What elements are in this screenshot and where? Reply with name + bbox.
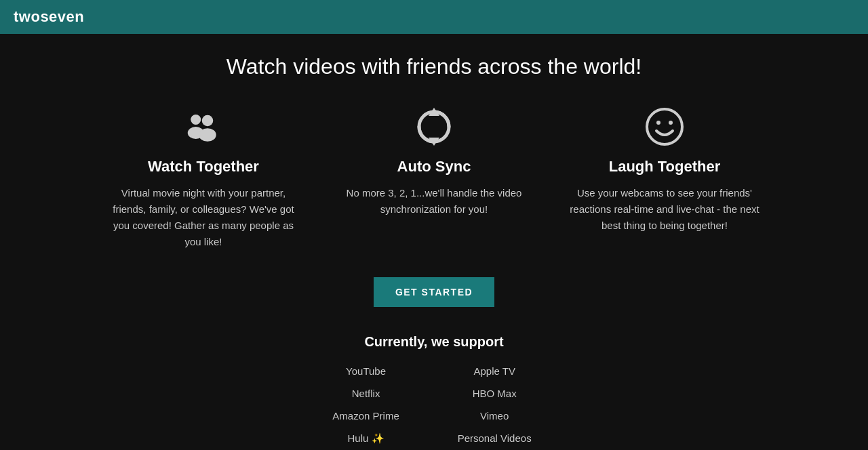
auto-sync-title: Auto Sync [397, 158, 471, 176]
hero-title: Watch videos with friends across the wor… [226, 54, 642, 79]
svg-point-7 [656, 121, 660, 125]
support-grid: YouTubeNetflixAmazon PrimeHulu ✨Disney+ … [0, 362, 868, 450]
support-item: HBO Max [454, 384, 536, 403]
svg-point-8 [669, 121, 673, 125]
laugh-together-title: Laugh Together [609, 158, 721, 176]
laugh-together-desc: Use your webcams to see your friends' re… [570, 185, 760, 234]
svg-point-0 [191, 115, 201, 125]
watch-together-title: Watch Together [148, 158, 259, 176]
support-item: Hulu ✨ [332, 429, 399, 447]
support-item: Vimeo [454, 407, 536, 425]
header: twoseven [0, 0, 868, 34]
support-item: YouTube [332, 362, 399, 380]
sync-icon [414, 106, 454, 147]
support-item: Netflix [332, 384, 399, 403]
support-right-column: Apple TVHBO MaxVimeoPersonal VideosScree… [454, 362, 536, 450]
logo: twoseven [14, 8, 84, 26]
main-content: Watch videos with friends across the wor… [0, 34, 868, 450]
feature-auto-sync: Auto Sync No more 3, 2, 1...we'll handle… [339, 106, 529, 250]
feature-laugh-together: Laugh Together Use your webcams to see y… [570, 106, 760, 250]
smiley-icon [644, 106, 685, 147]
support-title: Currently, we support [0, 334, 868, 350]
support-item: Personal Videos [454, 429, 536, 447]
svg-point-6 [647, 109, 682, 144]
auto-sync-desc: No more 3, 2, 1...we'll handle the video… [339, 185, 529, 218]
support-item: Apple TV [454, 362, 536, 380]
get-started-button[interactable]: GET STARTED [374, 277, 494, 307]
people-icon [183, 106, 224, 147]
svg-point-3 [199, 128, 216, 142]
svg-point-2 [202, 115, 214, 127]
support-item: Amazon Prime [332, 407, 399, 425]
support-left-column: YouTubeNetflixAmazon PrimeHulu ✨Disney+ … [332, 362, 399, 450]
features-section: Watch Together Virtual movie night with … [61, 106, 807, 250]
feature-watch-together: Watch Together Virtual movie night with … [108, 106, 298, 250]
watch-together-desc: Virtual movie night with your partner, f… [108, 185, 298, 250]
support-section: Currently, we support YouTubeNetflixAmaz… [0, 334, 868, 450]
